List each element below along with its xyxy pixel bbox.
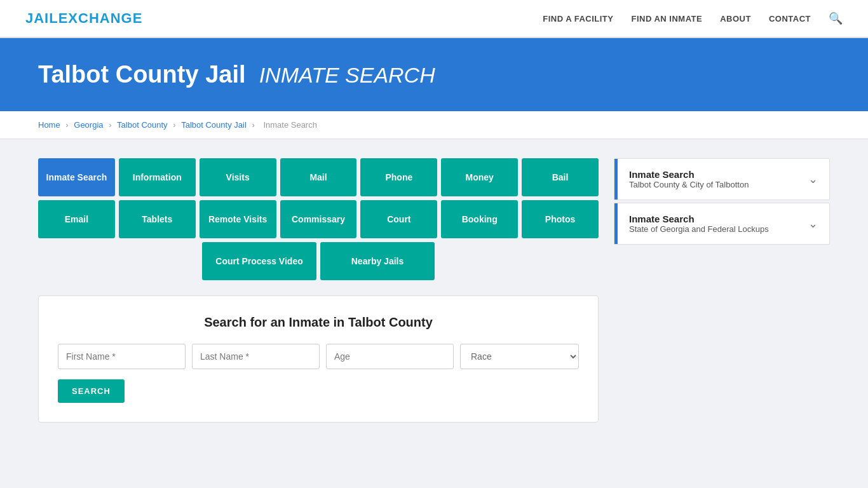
main-nav: JAILEXCHANGE FIND A FACILITY FIND AN INM… [0, 0, 868, 38]
chevron-down-icon[interactable]: ⌄ [808, 172, 818, 186]
btn-court-process-video[interactable]: Court Process Video [202, 242, 316, 280]
search-button[interactable]: SEARCH [58, 379, 125, 403]
sidebar-card-talbot-titles: Inmate Search Talbot County & City of Ta… [629, 169, 749, 189]
breadcrumb-current: Inmate Search [263, 120, 317, 130]
search-icon[interactable]: 🔍 [829, 12, 843, 25]
search-form-title: Search for an Inmate in Talbot County [58, 315, 579, 330]
search-form-container: Search for an Inmate in Talbot County Ra… [38, 295, 599, 423]
nav-find-facility[interactable]: FIND A FACILITY [543, 14, 613, 24]
btn-booking[interactable]: Booking [441, 200, 518, 238]
btn-visits[interactable]: Visits [200, 158, 276, 196]
main-content: Inmate Search Information Visits Mail Ph… [0, 139, 868, 442]
sidebar-card-georgia: Inmate Search State of Georgia and Feder… [614, 203, 830, 245]
btn-email[interactable]: Email [38, 200, 115, 238]
btn-remote-visits[interactable]: Remote Visits [200, 200, 276, 238]
logo-blue: EXCHANGE [58, 10, 143, 26]
nav-find-inmate[interactable]: FIND AN INMATE [631, 14, 702, 24]
nav-contact[interactable]: CONTACT [769, 14, 811, 24]
breadcrumb: Home › Georgia › Talbot County › Talbot … [0, 111, 868, 139]
search-fields: Race White Black Hispanic Asian Other [58, 344, 579, 369]
btn-court[interactable]: Court [360, 200, 437, 238]
nav-buttons-row2: Email Tablets Remote Visits Commissary C… [38, 200, 599, 238]
breadcrumb-sep-2: › [109, 120, 114, 130]
breadcrumb-sep-3: › [173, 120, 178, 130]
sidebar-card-talbot-header[interactable]: Inmate Search Talbot County & City of Ta… [614, 159, 829, 200]
nav-buttons-row3: Court Process Video Nearby Jails [38, 242, 599, 280]
breadcrumb-sep-4: › [252, 120, 257, 130]
btn-commissary[interactable]: Commissary [280, 200, 357, 238]
sidebar-card-georgia-subtitle: State of Georgia and Federal Lockups [629, 224, 769, 234]
btn-phone[interactable]: Phone [360, 158, 437, 196]
sidebar-card-georgia-header[interactable]: Inmate Search State of Georgia and Feder… [614, 203, 829, 244]
nav-about[interactable]: ABOUT [720, 14, 751, 24]
btn-information[interactable]: Information [119, 158, 196, 196]
breadcrumb-home[interactable]: Home [38, 120, 60, 130]
right-sidebar: Inmate Search Talbot County & City of Ta… [614, 158, 830, 247]
sidebar-card-talbot-title: Inmate Search [629, 169, 749, 180]
breadcrumb-talbot-county[interactable]: Talbot County [117, 120, 168, 130]
first-name-input[interactable] [58, 344, 186, 369]
race-select[interactable]: Race White Black Hispanic Asian Other [460, 344, 579, 369]
chevron-down-icon-2[interactable]: ⌄ [808, 217, 818, 231]
left-column: Inmate Search Information Visits Mail Ph… [38, 158, 599, 423]
nav-buttons-row1: Inmate Search Information Visits Mail Ph… [38, 158, 599, 196]
btn-mail[interactable]: Mail [280, 158, 357, 196]
btn-money[interactable]: Money [441, 158, 518, 196]
logo-black: JAIL [25, 10, 58, 26]
hero-title-bold: Talbot County Jail [38, 61, 246, 88]
breadcrumb-talbot-jail[interactable]: Talbot County Jail [181, 120, 247, 130]
btn-photos[interactable]: Photos [522, 200, 599, 238]
last-name-input[interactable] [192, 344, 320, 369]
breadcrumb-sep-1: › [65, 120, 71, 130]
age-input[interactable] [326, 344, 454, 369]
btn-bail[interactable]: Bail [522, 158, 599, 196]
hero-title-italic: INMATE SEARCH [259, 63, 435, 87]
page-title: Talbot County Jail INMATE SEARCH [38, 61, 830, 88]
breadcrumb-georgia[interactable]: Georgia [74, 120, 103, 130]
btn-inmate-search[interactable]: Inmate Search [38, 158, 115, 196]
sidebar-card-talbot-subtitle: Talbot County & City of Talbotton [629, 180, 749, 189]
btn-tablets[interactable]: Tablets [119, 200, 196, 238]
sidebar-card-georgia-title: Inmate Search [629, 214, 769, 224]
hero-banner: Talbot County Jail INMATE SEARCH [0, 38, 868, 111]
nav-links: FIND A FACILITY FIND AN INMATE ABOUT CON… [543, 11, 843, 25]
sidebar-card-talbot: Inmate Search Talbot County & City of Ta… [614, 158, 830, 200]
site-logo[interactable]: JAILEXCHANGE [25, 10, 142, 27]
sidebar-card-georgia-titles: Inmate Search State of Georgia and Feder… [629, 214, 769, 234]
btn-nearby-jails[interactable]: Nearby Jails [320, 242, 435, 280]
